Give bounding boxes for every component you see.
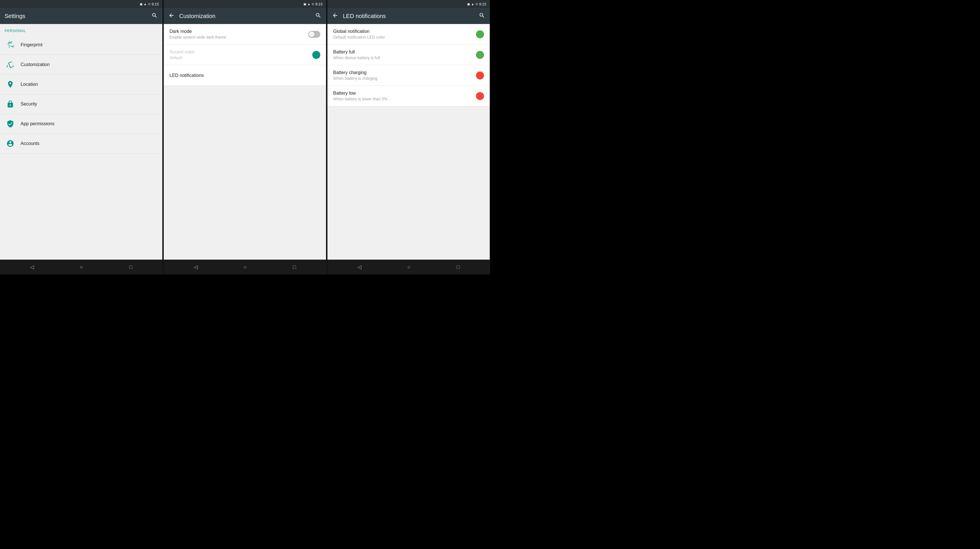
home-button-3[interactable]: ○ — [403, 262, 415, 273]
dark-mode-title: Dark mode — [169, 29, 308, 34]
battery-icon-2: ⊙ — [312, 2, 314, 6]
settings-title: Settings — [5, 13, 148, 19]
fingerprint-label: Fingerprint — [21, 42, 42, 48]
nav-bar-3: ◁ ○ □ — [328, 260, 490, 274]
fingerprint-icon — [5, 39, 16, 51]
status-time-2: 9:15 — [315, 2, 323, 6]
customization-text: Customization — [21, 62, 49, 67]
accent-color-subtitle: Default — [169, 56, 312, 60]
led-item-battery-full[interactable]: Battery full When device battery is full — [328, 44, 490, 65]
dark-mode-toggle[interactable] — [308, 31, 320, 38]
vibrate-icon: ▣ — [140, 2, 143, 6]
nav-bar-1: ◁ ○ □ — [0, 260, 162, 274]
recents-button-3[interactable]: □ — [452, 262, 465, 273]
search-button-2[interactable] — [315, 12, 321, 20]
home-button-1[interactable]: ○ — [76, 262, 88, 273]
battery-charging-title: Battery charging — [333, 70, 476, 75]
vibrate-icon-3: ▣ — [467, 2, 470, 6]
app-permissions-label: App permissions — [21, 121, 54, 126]
customization-label: Customization — [21, 62, 49, 67]
battery-icon-3: ⊙ — [476, 2, 478, 6]
recents-button-1[interactable]: □ — [125, 262, 137, 273]
app-bar-3: LED notifications — [328, 8, 490, 24]
security-text: Security — [21, 102, 37, 107]
settings-content: Personal Fingerprint Customization — [0, 24, 162, 260]
accounts-text: Accounts — [21, 141, 40, 146]
settings-item-fingerprint[interactable]: Fingerprint — [0, 35, 162, 55]
app-bar-2: Customization — [164, 8, 326, 24]
back-button-1[interactable]: ◁ — [25, 262, 39, 273]
global-notification-text: Global notification Default notification… — [333, 29, 476, 40]
pref-led-notifications[interactable]: LED notifications — [164, 65, 326, 86]
settings-item-accounts[interactable]: Accounts — [0, 134, 162, 154]
global-notification-dot — [476, 30, 484, 38]
global-notification-title: Global notification — [333, 29, 476, 34]
status-icons-2: ▣ ▲ ⊙ 9:15 — [303, 2, 323, 6]
security-label: Security — [21, 102, 37, 107]
accent-color-dot — [312, 51, 320, 59]
global-notification-subtitle: Default notification LED color — [333, 35, 476, 40]
accent-color-title: Accent color — [169, 49, 312, 55]
pref-dark-mode[interactable]: Dark mode Enable system wide dark theme — [164, 24, 326, 44]
battery-full-text: Battery full When device battery is full — [333, 49, 476, 60]
status-icons-1: ▣ ▲ ⊙ 9:15 — [140, 2, 159, 6]
back-button-2[interactable]: ◁ — [189, 262, 202, 273]
section-personal: Personal — [0, 24, 162, 35]
led-item-battery-low[interactable]: Battery low When battery is lower than 5… — [328, 86, 490, 106]
led-notifications-panel: ▣ ▲ ⊙ 9:15 LED notifications Global noti… — [328, 0, 490, 274]
led-item-global[interactable]: Global notification Default notification… — [328, 24, 490, 44]
battery-low-dot — [476, 92, 484, 100]
search-button-3[interactable] — [479, 12, 485, 20]
home-button-2[interactable]: ○ — [239, 262, 251, 273]
led-notifications-panel-title: LED notifications — [343, 13, 476, 19]
location-icon — [5, 79, 16, 90]
settings-item-location[interactable]: Location — [0, 75, 162, 94]
status-time-1: 9:15 — [152, 2, 159, 6]
search-button-1[interactable] — [151, 12, 158, 20]
settings-item-app-permissions[interactable]: App permissions — [0, 114, 162, 134]
app-permissions-text: App permissions — [21, 121, 54, 126]
recents-button-2[interactable]: □ — [288, 262, 301, 273]
battery-low-title: Battery low — [333, 90, 476, 96]
battery-charging-text: Battery charging When battery is chargin… — [333, 70, 476, 81]
dark-mode-toggle-thumb — [309, 32, 315, 37]
app-permissions-icon — [5, 118, 16, 130]
status-bar-3: ▣ ▲ ⊙ 9:15 — [328, 0, 490, 8]
customization-content: Dark mode Enable system wide dark theme … — [164, 24, 326, 260]
signal-icon-3: ▲ — [471, 2, 474, 6]
pref-accent-color[interactable]: Accent color Default — [164, 44, 326, 65]
app-bar-1: Settings — [0, 8, 162, 24]
battery-icon: ⊙ — [148, 2, 151, 6]
fingerprint-text: Fingerprint — [21, 42, 42, 48]
customization-panel-title: Customization — [179, 13, 312, 19]
led-item-battery-charging[interactable]: Battery charging When battery is chargin… — [328, 65, 490, 86]
signal-icon: ▲ — [144, 2, 147, 6]
battery-full-title: Battery full — [333, 49, 476, 55]
back-arrow-3[interactable] — [332, 12, 338, 20]
led-notifications-content: Global notification Default notification… — [328, 24, 490, 260]
status-icons-3: ▣ ▲ ⊙ 9:15 — [467, 2, 486, 6]
status-time-3: 9:15 — [479, 2, 486, 6]
dark-mode-text: Dark mode Enable system wide dark theme — [169, 29, 308, 40]
location-label: Location — [21, 82, 38, 87]
back-button-3[interactable]: ◁ — [353, 262, 366, 273]
customization-panel: ▣ ▲ ⊙ 9:15 Customization Dark mode Enabl… — [164, 0, 326, 274]
accounts-label: Accounts — [21, 141, 40, 146]
status-bar-1: ▣ ▲ ⊙ 9:15 — [0, 0, 162, 8]
battery-charging-subtitle: When battery is charging — [333, 76, 476, 81]
accent-color-text: Accent color Default — [169, 49, 312, 60]
settings-item-customization[interactable]: Customization — [0, 55, 162, 75]
customization-icon — [5, 59, 16, 70]
battery-low-subtitle: When battery is lower than 5% — [333, 97, 476, 101]
battery-charging-dot — [476, 71, 484, 79]
led-notifications-title: LED notifications — [169, 73, 320, 78]
battery-low-text: Battery low When battery is lower than 5… — [333, 90, 476, 101]
vibrate-icon-2: ▣ — [303, 2, 306, 6]
accounts-icon — [5, 138, 16, 149]
settings-item-security[interactable]: Security — [0, 94, 162, 114]
nav-bar-2: ◁ ○ □ — [164, 260, 326, 274]
settings-panel: ▣ ▲ ⊙ 9:15 Settings Personal Fingerprint — [0, 0, 162, 274]
back-arrow-2[interactable] — [168, 12, 175, 20]
dark-mode-subtitle: Enable system wide dark theme — [169, 35, 308, 40]
location-text: Location — [21, 82, 38, 87]
